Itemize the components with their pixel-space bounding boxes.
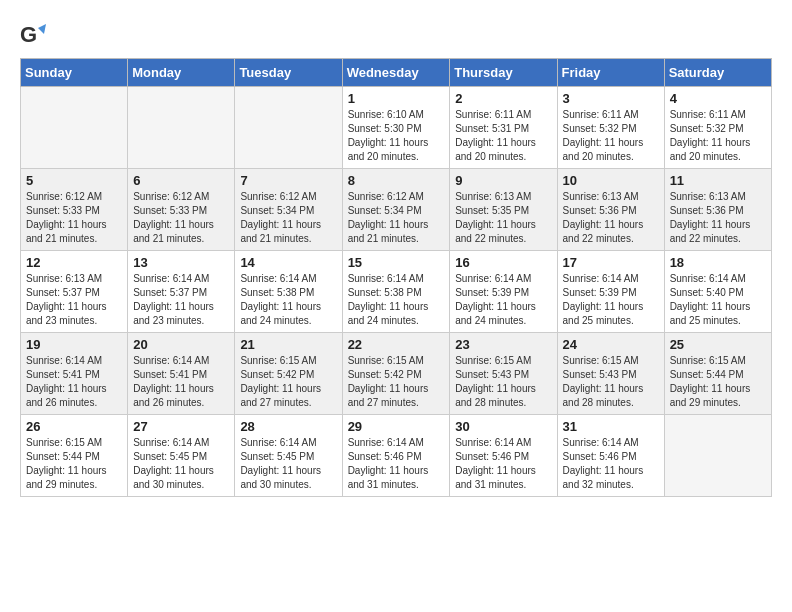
day-info: Sunrise: 6:11 AM Sunset: 5:31 PM Dayligh… — [455, 108, 551, 164]
day-info: Sunrise: 6:14 AM Sunset: 5:39 PM Dayligh… — [563, 272, 659, 328]
calendar-cell: 19Sunrise: 6:14 AM Sunset: 5:41 PM Dayli… — [21, 333, 128, 415]
day-info: Sunrise: 6:14 AM Sunset: 5:40 PM Dayligh… — [670, 272, 766, 328]
day-number: 15 — [348, 255, 445, 270]
day-number: 13 — [133, 255, 229, 270]
calendar-week-row: 5Sunrise: 6:12 AM Sunset: 5:33 PM Daylig… — [21, 169, 772, 251]
day-number: 31 — [563, 419, 659, 434]
day-number: 4 — [670, 91, 766, 106]
weekday-header-saturday: Saturday — [664, 59, 771, 87]
day-info: Sunrise: 6:12 AM Sunset: 5:33 PM Dayligh… — [133, 190, 229, 246]
day-number: 18 — [670, 255, 766, 270]
day-number: 14 — [240, 255, 336, 270]
day-number: 23 — [455, 337, 551, 352]
day-info: Sunrise: 6:10 AM Sunset: 5:30 PM Dayligh… — [348, 108, 445, 164]
day-info: Sunrise: 6:14 AM Sunset: 5:45 PM Dayligh… — [240, 436, 336, 492]
calendar-cell: 14Sunrise: 6:14 AM Sunset: 5:38 PM Dayli… — [235, 251, 342, 333]
calendar-cell: 17Sunrise: 6:14 AM Sunset: 5:39 PM Dayli… — [557, 251, 664, 333]
day-info: Sunrise: 6:13 AM Sunset: 5:35 PM Dayligh… — [455, 190, 551, 246]
day-info: Sunrise: 6:14 AM Sunset: 5:46 PM Dayligh… — [563, 436, 659, 492]
day-number: 25 — [670, 337, 766, 352]
day-number: 28 — [240, 419, 336, 434]
day-number: 24 — [563, 337, 659, 352]
day-info: Sunrise: 6:14 AM Sunset: 5:37 PM Dayligh… — [133, 272, 229, 328]
calendar-cell: 13Sunrise: 6:14 AM Sunset: 5:37 PM Dayli… — [128, 251, 235, 333]
day-info: Sunrise: 6:15 AM Sunset: 5:44 PM Dayligh… — [26, 436, 122, 492]
day-info: Sunrise: 6:15 AM Sunset: 5:44 PM Dayligh… — [670, 354, 766, 410]
day-number: 21 — [240, 337, 336, 352]
day-info: Sunrise: 6:15 AM Sunset: 5:43 PM Dayligh… — [455, 354, 551, 410]
day-info: Sunrise: 6:14 AM Sunset: 5:39 PM Dayligh… — [455, 272, 551, 328]
calendar-cell: 24Sunrise: 6:15 AM Sunset: 5:43 PM Dayli… — [557, 333, 664, 415]
day-info: Sunrise: 6:12 AM Sunset: 5:33 PM Dayligh… — [26, 190, 122, 246]
calendar-cell: 15Sunrise: 6:14 AM Sunset: 5:38 PM Dayli… — [342, 251, 450, 333]
weekday-header-thursday: Thursday — [450, 59, 557, 87]
calendar-cell: 12Sunrise: 6:13 AM Sunset: 5:37 PM Dayli… — [21, 251, 128, 333]
calendar-cell — [21, 87, 128, 169]
day-info: Sunrise: 6:12 AM Sunset: 5:34 PM Dayligh… — [348, 190, 445, 246]
day-number: 8 — [348, 173, 445, 188]
day-number: 9 — [455, 173, 551, 188]
day-info: Sunrise: 6:13 AM Sunset: 5:36 PM Dayligh… — [563, 190, 659, 246]
calendar-cell — [235, 87, 342, 169]
day-number: 30 — [455, 419, 551, 434]
day-number: 29 — [348, 419, 445, 434]
day-info: Sunrise: 6:14 AM Sunset: 5:38 PM Dayligh… — [240, 272, 336, 328]
day-info: Sunrise: 6:13 AM Sunset: 5:37 PM Dayligh… — [26, 272, 122, 328]
calendar-cell: 30Sunrise: 6:14 AM Sunset: 5:46 PM Dayli… — [450, 415, 557, 497]
svg-marker-1 — [38, 24, 46, 34]
calendar-cell: 10Sunrise: 6:13 AM Sunset: 5:36 PM Dayli… — [557, 169, 664, 251]
calendar-cell: 31Sunrise: 6:14 AM Sunset: 5:46 PM Dayli… — [557, 415, 664, 497]
calendar-cell: 5Sunrise: 6:12 AM Sunset: 5:33 PM Daylig… — [21, 169, 128, 251]
day-number: 2 — [455, 91, 551, 106]
day-info: Sunrise: 6:15 AM Sunset: 5:42 PM Dayligh… — [348, 354, 445, 410]
calendar-cell: 25Sunrise: 6:15 AM Sunset: 5:44 PM Dayli… — [664, 333, 771, 415]
day-number: 22 — [348, 337, 445, 352]
day-info: Sunrise: 6:12 AM Sunset: 5:34 PM Dayligh… — [240, 190, 336, 246]
calendar-cell: 4Sunrise: 6:11 AM Sunset: 5:32 PM Daylig… — [664, 87, 771, 169]
day-info: Sunrise: 6:14 AM Sunset: 5:46 PM Dayligh… — [455, 436, 551, 492]
calendar-cell: 20Sunrise: 6:14 AM Sunset: 5:41 PM Dayli… — [128, 333, 235, 415]
calendar-cell: 7Sunrise: 6:12 AM Sunset: 5:34 PM Daylig… — [235, 169, 342, 251]
day-info: Sunrise: 6:14 AM Sunset: 5:46 PM Dayligh… — [348, 436, 445, 492]
day-number: 10 — [563, 173, 659, 188]
logo: G — [20, 20, 52, 48]
calendar-cell: 21Sunrise: 6:15 AM Sunset: 5:42 PM Dayli… — [235, 333, 342, 415]
calendar-cell: 27Sunrise: 6:14 AM Sunset: 5:45 PM Dayli… — [128, 415, 235, 497]
day-number: 1 — [348, 91, 445, 106]
calendar-cell: 23Sunrise: 6:15 AM Sunset: 5:43 PM Dayli… — [450, 333, 557, 415]
day-number: 26 — [26, 419, 122, 434]
calendar-cell: 28Sunrise: 6:14 AM Sunset: 5:45 PM Dayli… — [235, 415, 342, 497]
day-info: Sunrise: 6:14 AM Sunset: 5:45 PM Dayligh… — [133, 436, 229, 492]
calendar-cell: 11Sunrise: 6:13 AM Sunset: 5:36 PM Dayli… — [664, 169, 771, 251]
day-number: 7 — [240, 173, 336, 188]
weekday-header-monday: Monday — [128, 59, 235, 87]
weekday-header-friday: Friday — [557, 59, 664, 87]
day-info: Sunrise: 6:14 AM Sunset: 5:41 PM Dayligh… — [26, 354, 122, 410]
calendar-cell — [664, 415, 771, 497]
day-info: Sunrise: 6:14 AM Sunset: 5:41 PM Dayligh… — [133, 354, 229, 410]
calendar-cell: 18Sunrise: 6:14 AM Sunset: 5:40 PM Dayli… — [664, 251, 771, 333]
day-number: 27 — [133, 419, 229, 434]
calendar-cell: 6Sunrise: 6:12 AM Sunset: 5:33 PM Daylig… — [128, 169, 235, 251]
weekday-header-row: SundayMondayTuesdayWednesdayThursdayFrid… — [21, 59, 772, 87]
calendar-table: SundayMondayTuesdayWednesdayThursdayFrid… — [20, 58, 772, 497]
weekday-header-wednesday: Wednesday — [342, 59, 450, 87]
day-number: 20 — [133, 337, 229, 352]
day-number: 5 — [26, 173, 122, 188]
day-info: Sunrise: 6:11 AM Sunset: 5:32 PM Dayligh… — [563, 108, 659, 164]
page-header: G — [20, 20, 772, 48]
day-info: Sunrise: 6:14 AM Sunset: 5:38 PM Dayligh… — [348, 272, 445, 328]
weekday-header-sunday: Sunday — [21, 59, 128, 87]
svg-text:G: G — [20, 22, 37, 47]
calendar-cell: 2Sunrise: 6:11 AM Sunset: 5:31 PM Daylig… — [450, 87, 557, 169]
day-number: 6 — [133, 173, 229, 188]
calendar-cell — [128, 87, 235, 169]
calendar-cell: 3Sunrise: 6:11 AM Sunset: 5:32 PM Daylig… — [557, 87, 664, 169]
day-info: Sunrise: 6:13 AM Sunset: 5:36 PM Dayligh… — [670, 190, 766, 246]
day-number: 19 — [26, 337, 122, 352]
calendar-cell: 29Sunrise: 6:14 AM Sunset: 5:46 PM Dayli… — [342, 415, 450, 497]
calendar-cell: 16Sunrise: 6:14 AM Sunset: 5:39 PM Dayli… — [450, 251, 557, 333]
calendar-week-row: 19Sunrise: 6:14 AM Sunset: 5:41 PM Dayli… — [21, 333, 772, 415]
day-info: Sunrise: 6:15 AM Sunset: 5:43 PM Dayligh… — [563, 354, 659, 410]
calendar-week-row: 26Sunrise: 6:15 AM Sunset: 5:44 PM Dayli… — [21, 415, 772, 497]
